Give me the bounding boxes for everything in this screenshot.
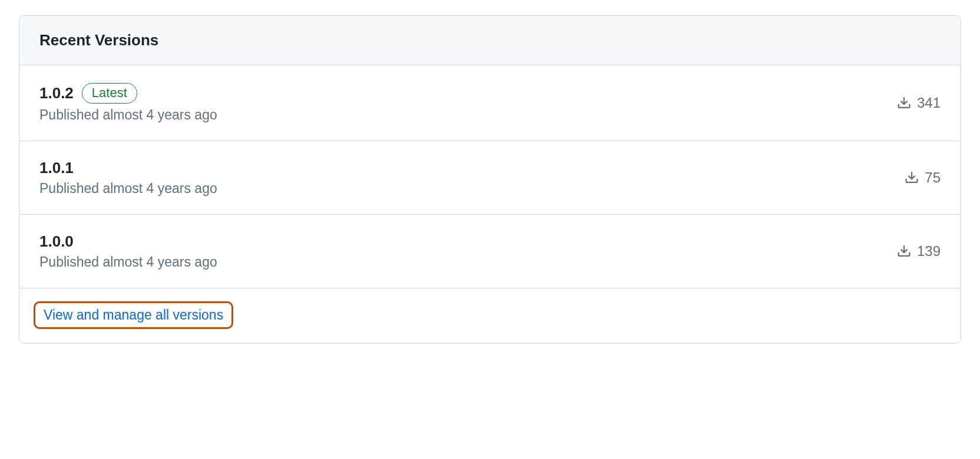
version-row[interactable]: 1.0.0 Published almost 4 years ago 139	[19, 215, 961, 288]
version-published: Published almost 4 years ago	[39, 107, 217, 123]
version-number: 1.0.2	[39, 84, 74, 102]
download-count: 139	[917, 243, 941, 260]
version-published: Published almost 4 years ago	[39, 181, 217, 197]
panel-header: Recent Versions	[19, 16, 961, 65]
version-published: Published almost 4 years ago	[39, 254, 217, 270]
panel-footer: View and manage all versions	[19, 288, 961, 343]
version-head: 1.0.0	[39, 232, 217, 251]
version-info: 1.0.2 Latest Published almost 4 years ag…	[39, 83, 217, 123]
version-downloads: 139	[897, 243, 941, 260]
latest-badge: Latest	[82, 83, 137, 104]
panel-title: Recent Versions	[39, 31, 941, 49]
version-head: 1.0.2 Latest	[39, 83, 217, 104]
version-info: 1.0.0 Published almost 4 years ago	[39, 232, 217, 270]
recent-versions-panel: Recent Versions 1.0.2 Latest Published a…	[19, 15, 961, 344]
download-icon	[897, 96, 911, 110]
version-head: 1.0.1	[39, 159, 217, 177]
version-row[interactable]: 1.0.2 Latest Published almost 4 years ag…	[19, 65, 961, 141]
version-downloads: 341	[897, 95, 941, 111]
version-number: 1.0.0	[39, 232, 74, 251]
download-count: 75	[925, 169, 941, 186]
version-downloads: 75	[905, 169, 941, 186]
version-info: 1.0.1 Published almost 4 years ago	[39, 159, 217, 197]
view-all-versions-link[interactable]: View and manage all versions	[34, 301, 233, 329]
download-icon	[905, 171, 919, 185]
version-row[interactable]: 1.0.1 Published almost 4 years ago 75	[19, 141, 961, 215]
download-count: 341	[917, 95, 941, 111]
download-icon	[897, 244, 911, 258]
version-number: 1.0.1	[39, 159, 74, 177]
